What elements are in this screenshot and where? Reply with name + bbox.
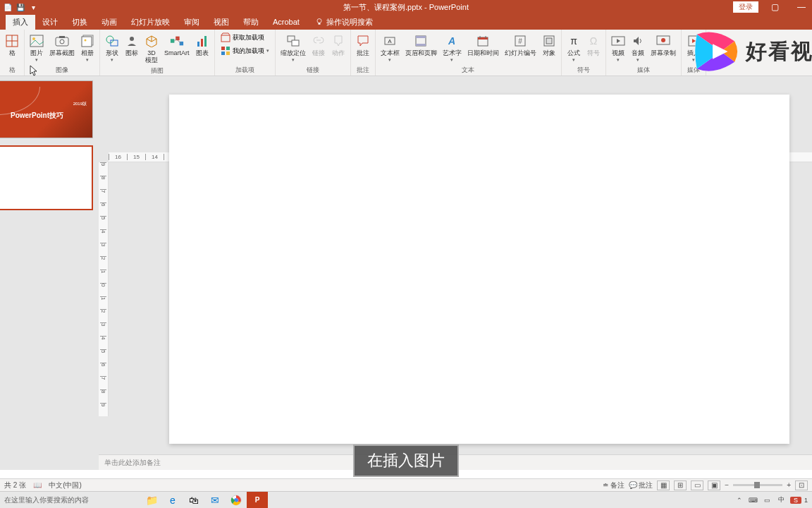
smartart-button[interactable]: SmartArt — [162, 31, 192, 59]
slide-thumbnails: 2019版 PowerPoint技巧 — [0, 76, 97, 470]
reading-view-button[interactable]: ▭ — [691, 480, 703, 490]
screen-recording-button[interactable]: 屏幕录制 — [648, 31, 678, 59]
language-status[interactable]: 中文(中国) — [49, 480, 82, 490]
header-footer-button[interactable]: 页眉和页脚 — [403, 31, 439, 59]
group-text: A 文本框 ▾ 页眉和页脚 A 艺术字 ▾ 日期和时间 # 幻灯片编号 — [376, 30, 562, 75]
document-title: 第一节、课程案例.pptx — [343, 3, 422, 11]
tell-me-search[interactable]: 操作说明搜索 — [315, 17, 373, 28]
my-addins-button[interactable]: 我的加载项 ▾ — [218, 44, 272, 57]
edge-icon[interactable]: e — [162, 492, 183, 509]
icons-button[interactable]: 图标 — [123, 31, 141, 59]
autosave-icon[interactable]: 📄 — [3, 2, 13, 12]
video-icon — [611, 32, 625, 49]
minimize-button[interactable]: — — [791, 2, 812, 12]
login-button[interactable]: 登录 — [733, 1, 758, 13]
svg-rect-35 — [416, 36, 426, 38]
chart-button[interactable]: 图表 — [193, 31, 211, 59]
embed-button[interactable]: 插入 ▾ — [684, 31, 703, 64]
thumbnail-slide-2[interactable] — [0, 145, 93, 210]
camera-icon — [55, 32, 69, 49]
pictures-button[interactable]: 图片 ▾ — [27, 31, 46, 64]
group-links: 缩放定位 ▾ 链接 动作 链接 — [276, 30, 351, 75]
zoom-out-button[interactable]: − — [725, 481, 729, 489]
svg-point-8 — [60, 40, 64, 44]
tab-acrobat[interactable]: Acrobat — [266, 16, 307, 28]
tab-animations[interactable]: 动画 — [94, 15, 124, 30]
zoom-icon — [286, 32, 300, 49]
comment-icon — [356, 32, 370, 49]
tab-design[interactable]: 设计 — [35, 15, 65, 30]
video-button[interactable]: 视频 ▾ — [609, 31, 627, 64]
zoom-button[interactable]: 缩放定位 ▾ — [278, 31, 308, 64]
svg-point-12 — [85, 40, 87, 42]
mail-icon[interactable]: ✉ — [204, 492, 226, 509]
tray-sogou-icon[interactable]: S — [790, 497, 801, 504]
svg-rect-9 — [59, 36, 65, 38]
ribbon-tabs: 插入 设计 切换 动画 幻灯片放映 审阅 视图 帮助 Acrobat 操作说明搜… — [0, 14, 812, 30]
table-button[interactable]: 格 — [3, 31, 21, 59]
qat-more-icon[interactable]: ▾ — [28, 2, 38, 12]
tab-review[interactable]: 审阅 — [177, 15, 207, 30]
photo-album-button[interactable]: 相册 ▾ — [78, 31, 97, 64]
svg-rect-16 — [171, 39, 174, 42]
tray-ime-icon[interactable]: ⌨ — [748, 497, 759, 504]
tray-time[interactable]: 1 — [804, 497, 808, 504]
group-illustrations: 形状 ▾ 图标 3D 模型 SmartArt 图表 插图 — [100, 30, 215, 75]
ruler-vertical: 9876543210123456789 — [99, 162, 109, 416]
datetime-button[interactable]: 日期和时间 — [465, 31, 501, 59]
fit-window-button[interactable]: ⊡ — [795, 480, 808, 490]
textbox-button[interactable]: A 文本框 ▾ — [379, 31, 402, 64]
zoom-in-button[interactable]: + — [787, 481, 791, 489]
screenrec-icon — [656, 32, 670, 49]
symbol-button: Ω 符号 — [584, 31, 603, 59]
store-task-icon[interactable]: 🛍 — [183, 492, 204, 509]
ribbon: 格 格 图片 ▾ 屏幕截图 相册 ▾ 图像 — [0, 30, 812, 76]
group-media: 视频 ▾ 音频 ▾ 屏幕录制 媒体 — [606, 30, 682, 75]
action-button: 动作 — [329, 31, 347, 59]
title-bar: 📄 💾 ▾ 第一节、课程案例.pptx - PowerPoint 登录 ▢ — — [0, 0, 812, 14]
ribbon-options-icon[interactable]: ▢ — [764, 2, 785, 12]
powerpoint-task-icon[interactable]: P — [247, 492, 268, 509]
slide-canvas[interactable] — [169, 95, 789, 444]
notes-toggle[interactable]: ≐ 备注 — [603, 480, 625, 490]
zoom-slider[interactable] — [733, 484, 782, 486]
slideshow-view-button[interactable]: ▣ — [708, 480, 720, 490]
taskbar-search[interactable]: 在这里输入你要搜索的内容 — [0, 495, 141, 505]
normal-view-button[interactable]: ▦ — [657, 480, 670, 490]
screenshot-button[interactable]: 屏幕截图 — [47, 31, 77, 59]
thumbnail-slide-1[interactable]: 2019版 PowerPoint技巧 — [0, 80, 93, 138]
cursor-icon — [30, 65, 39, 78]
svg-rect-24 — [221, 35, 230, 42]
svg-rect-22 — [201, 39, 203, 47]
comment-button[interactable]: 批注 — [354, 31, 372, 59]
get-addins-button[interactable]: 获取加载项 — [218, 31, 272, 44]
tray-input-icon[interactable]: 中 — [776, 495, 787, 504]
audio-button[interactable]: 音频 ▾ — [629, 31, 647, 64]
tray-chevron-icon[interactable]: ⌃ — [734, 497, 745, 504]
spell-check-icon[interactable]: 📖 — [33, 481, 42, 489]
3d-models-button[interactable]: 3D 模型 — [142, 31, 161, 66]
tab-transitions[interactable]: 切换 — [65, 15, 94, 30]
svg-text:π: π — [570, 35, 577, 47]
tab-help[interactable]: 帮助 — [236, 15, 266, 30]
save-icon[interactable]: 💾 — [16, 2, 25, 12]
comments-toggle[interactable]: 💬 批注 — [629, 480, 653, 490]
shapes-button[interactable]: 形状 ▾ — [103, 31, 121, 64]
tab-insert[interactable]: 插入 — [6, 15, 35, 30]
tray-network-icon[interactable]: ▭ — [762, 497, 773, 504]
tab-slideshow[interactable]: 幻灯片放映 — [124, 15, 177, 30]
group-comments: 批注 批注 — [351, 30, 376, 75]
svg-rect-30 — [292, 40, 299, 46]
svg-point-15 — [130, 37, 134, 41]
file-explorer-icon[interactable]: 📁 — [141, 492, 162, 509]
slide-number-button[interactable]: # 幻灯片编号 — [503, 31, 539, 59]
object-button[interactable]: 对象 — [540, 31, 558, 59]
equation-button[interactable]: π 公式 ▾ — [565, 31, 583, 64]
object-icon — [542, 32, 556, 49]
sorter-view-button[interactable]: ⊞ — [674, 480, 687, 490]
wordart-button[interactable]: A 艺术字 ▾ — [441, 31, 464, 64]
smartart-icon — [170, 32, 184, 49]
tab-view[interactable]: 视图 — [207, 15, 236, 30]
svg-rect-26 — [226, 47, 230, 50]
chrome-icon[interactable] — [226, 492, 247, 509]
